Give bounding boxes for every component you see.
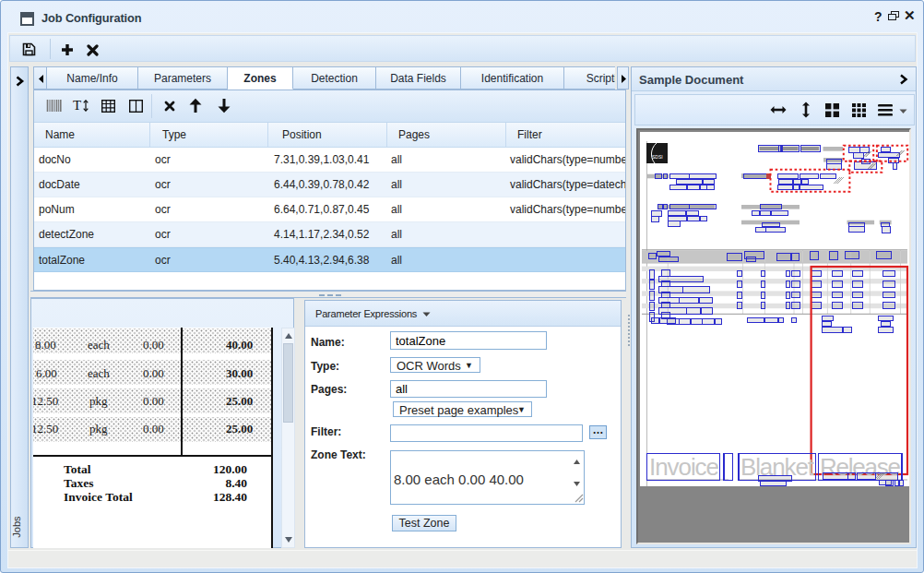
svg-text:SDSI: SDSI bbox=[652, 154, 663, 160]
svg-text:Invoice: Invoice bbox=[649, 453, 719, 481]
